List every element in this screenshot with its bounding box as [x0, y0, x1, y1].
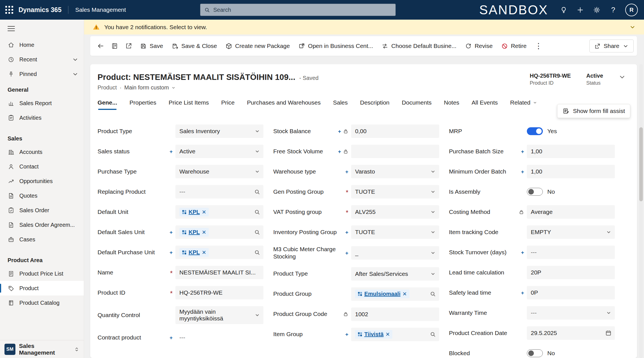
sidebar-item-sales-order-agreements[interactable]: Sales Order Agreem...	[0, 218, 84, 232]
form-view-button[interactable]	[108, 39, 122, 53]
product-type-select[interactable]: Sales Inventory	[175, 124, 263, 138]
notification-bar[interactable]: You have 2 notifications. Select to view…	[84, 20, 644, 34]
vertical-scrollbar[interactable]	[639, 64, 643, 358]
new-record-button[interactable]	[576, 5, 585, 14]
purchase-type-select[interactable]: Warehouse	[175, 165, 263, 178]
tab-description[interactable]: Description	[360, 99, 390, 110]
mrp-toggle[interactable]: Yes	[527, 127, 557, 135]
blocked-toggle[interactable]: No	[527, 349, 555, 357]
free-stock-volume-input[interactable]	[351, 145, 439, 158]
tab-purchases-and-warehouses[interactable]: Purchases and Warehouses	[247, 99, 321, 110]
lookup-tag[interactable]: KPL ✕	[179, 228, 209, 237]
sidebar-item-accounts[interactable]: Accounts	[0, 145, 84, 159]
more-commands-button[interactable]: ⋮	[531, 41, 546, 50]
name-input[interactable]: NESTEMÄISET MAALIT SI...	[175, 266, 263, 279]
app-title[interactable]: Dynamics 365	[18, 6, 61, 14]
inventory-posting-group-select[interactable]: TUOTE	[351, 225, 439, 239]
gen-posting-group-select[interactable]: TUOTE	[351, 185, 439, 198]
user-avatar[interactable]: R	[625, 4, 638, 16]
share-button[interactable]: Share	[589, 40, 634, 52]
contract-product-value[interactable]: ---	[175, 331, 263, 344]
revise-button[interactable]: Revise	[461, 39, 497, 53]
tab-sales[interactable]: Sales	[333, 99, 348, 110]
m3-cubic-select[interactable]: _	[351, 246, 439, 260]
sidebar-item-opportunities[interactable]: Opportunities	[0, 174, 84, 188]
toggle-switch[interactable]	[527, 188, 543, 196]
sidebar-item-product-price-list[interactable]: Product Price List	[0, 266, 84, 281]
choose-default-business-button[interactable]: Choose Default Busine...	[377, 39, 460, 53]
form-fill-assist-button[interactable]: Show form fill assist	[557, 104, 630, 118]
lookup-tag[interactable]: Tiivistä ✕	[355, 330, 392, 339]
sidebar-item-activities[interactable]: Activities	[0, 110, 84, 125]
open-in-business-central-button[interactable]: Open in Business Cent...	[294, 39, 377, 53]
sidebar-item-contact[interactable]: Contact	[0, 159, 84, 174]
help-button[interactable]: ?	[609, 5, 618, 14]
sidebar-item-sales-report[interactable]: Sales Report	[0, 96, 84, 110]
sidebar-item-recent[interactable]: Recent	[0, 52, 84, 67]
default-unit-lookup[interactable]: KPL ✕	[175, 205, 263, 219]
remove-tag-icon[interactable]: ✕	[202, 209, 206, 215]
area-switcher[interactable]: SM Sales Management	[0, 340, 84, 358]
tab-documents[interactable]: Documents	[402, 99, 432, 110]
sidebar-item-cases[interactable]: Cases	[0, 232, 84, 247]
global-search-box[interactable]	[200, 4, 396, 16]
vat-posting-group-select[interactable]: ALV255	[351, 205, 439, 219]
is-assembly-toggle[interactable]: No	[527, 188, 555, 196]
tab-related[interactable]: Related	[510, 99, 537, 110]
tab-price[interactable]: Price	[221, 99, 235, 110]
tab-all-events[interactable]: All Events	[472, 99, 498, 110]
lightbulb-button[interactable]	[559, 5, 568, 14]
default-purchase-unit-lookup[interactable]: KPL ✕	[175, 246, 263, 259]
lead-time-calculation-input[interactable]: 20P	[527, 266, 615, 279]
default-sales-unit-lookup[interactable]: KPL ✕	[175, 225, 263, 239]
create-new-package-button[interactable]: Create new Package	[221, 39, 294, 53]
open-in-new-window-button[interactable]	[122, 39, 136, 53]
item-group-lookup[interactable]: Tiivistä ✕	[351, 328, 439, 341]
product-group-lookup[interactable]: Emulsiomaali ✕	[351, 287, 439, 301]
save-button[interactable]: Save	[136, 39, 167, 53]
search-input[interactable]	[213, 7, 392, 13]
chevron-down-icon[interactable]	[72, 56, 79, 63]
sidebar-item-pinned[interactable]: Pinned	[0, 67, 84, 81]
chevron-down-icon[interactable]	[629, 24, 636, 30]
sidebar-item-home[interactable]: Home	[0, 38, 84, 52]
item-tracking-code-select[interactable]: EMPTY	[527, 225, 615, 239]
toggle-switch[interactable]	[527, 349, 543, 357]
remove-tag-icon[interactable]: ✕	[402, 291, 407, 297]
tab-price-list-items[interactable]: Price List Items	[169, 99, 209, 110]
replacing-product-lookup[interactable]: ---	[175, 185, 263, 198]
purchase-batch-size-input[interactable]: 1,00	[527, 145, 615, 158]
sidebar-item-product-catalog[interactable]: Product Catalog	[0, 295, 84, 310]
remove-tag-icon[interactable]: ✕	[202, 229, 206, 235]
lookup-tag[interactable]: Emulsiomaali ✕	[355, 290, 409, 298]
safety-lead-time-input[interactable]: 0P	[527, 286, 615, 299]
header-collapse-chevron-icon[interactable]	[618, 73, 626, 81]
sidebar-item-sales-order[interactable]: Sales Order	[0, 203, 84, 218]
tab-notes[interactable]: Notes	[444, 99, 459, 110]
stock-turnover-input[interactable]: ---	[527, 246, 615, 259]
warranty-time-select[interactable]: ---	[527, 306, 615, 320]
tab-properties[interactable]: Properties	[129, 99, 156, 110]
product-id-input[interactable]: HQ-256TR9-WE	[175, 286, 263, 299]
quantity-control-select[interactable]: Myydään vain myyntiyksiköissä	[175, 306, 263, 324]
sidebar-item-quotes[interactable]: Quotes	[0, 188, 84, 203]
remove-tag-icon[interactable]: ✕	[202, 249, 206, 256]
lookup-tag[interactable]: KPL ✕	[179, 248, 209, 257]
settings-button[interactable]	[592, 5, 601, 14]
warehouse-type-select[interactable]: Varasto	[351, 165, 439, 178]
save-and-close-button[interactable]: Save & Close	[167, 39, 221, 53]
sales-status-select[interactable]: Active	[175, 145, 263, 158]
costing-method-input[interactable]: Average	[527, 205, 615, 219]
minimum-order-batch-input[interactable]: 1,00	[527, 165, 615, 178]
stock-balance-input[interactable]: 0,00	[351, 124, 439, 138]
app-area-title[interactable]: Sales Management	[75, 6, 126, 13]
scrollbar-thumb[interactable]	[639, 127, 643, 201]
form-selector[interactable]: Main form custom	[124, 84, 176, 91]
retire-button[interactable]: Retire	[497, 39, 531, 53]
tab-general[interactable]: Gene...	[98, 99, 117, 110]
chevron-down-icon[interactable]	[72, 71, 79, 78]
app-launcher-button[interactable]	[0, 0, 18, 20]
product-creation-date-input[interactable]: 29.5.2025	[527, 326, 615, 340]
sidebar-item-product[interactable]: Product	[0, 281, 84, 295]
product-type-2-select[interactable]: After Sales/Services	[351, 267, 439, 281]
